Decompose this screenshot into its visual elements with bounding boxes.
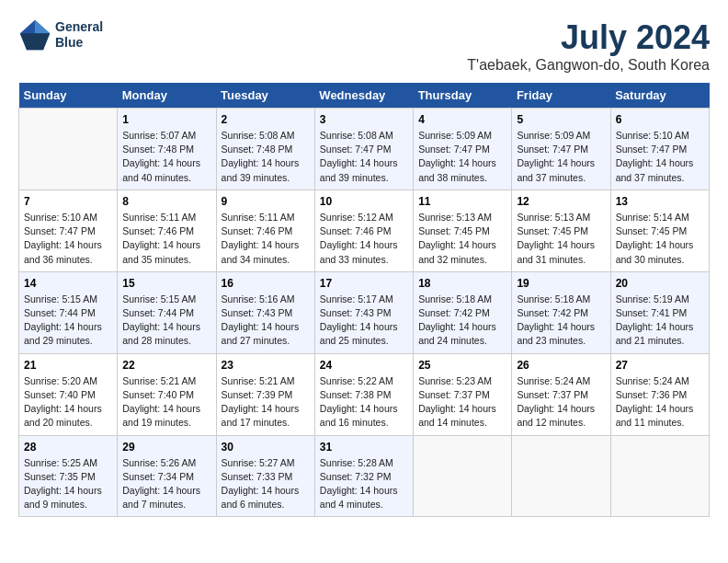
calendar-cell: 18Sunrise: 5:18 AM Sunset: 7:42 PM Dayli… (414, 271, 512, 353)
day-info: Sunrise: 5:26 AM Sunset: 7:34 PM Dayligh… (122, 456, 210, 512)
day-number: 19 (517, 277, 605, 290)
day-info: Sunrise: 5:16 AM Sunset: 7:43 PM Dayligh… (222, 293, 310, 349)
calendar-cell: 26Sunrise: 5:24 AM Sunset: 7:37 PM Dayli… (512, 353, 610, 435)
day-number: 16 (222, 277, 310, 290)
day-number: 14 (24, 277, 112, 290)
calendar-cell: 19Sunrise: 5:18 AM Sunset: 7:42 PM Dayli… (512, 271, 610, 353)
day-info: Sunrise: 5:27 AM Sunset: 7:33 PM Dayligh… (222, 456, 310, 512)
calendar-week-row: 7Sunrise: 5:10 AM Sunset: 7:47 PM Daylig… (19, 190, 710, 271)
day-info: Sunrise: 5:20 AM Sunset: 7:40 PM Dayligh… (24, 374, 112, 431)
title-section: July 2024 T'aebaek, Gangwon-do, South Ko… (467, 18, 710, 74)
calendar-cell: 12Sunrise: 5:13 AM Sunset: 7:45 PM Dayli… (512, 190, 610, 271)
header-monday: Monday (118, 83, 216, 109)
day-number: 30 (222, 441, 310, 454)
day-number: 2 (222, 113, 310, 126)
calendar-cell: 2Sunrise: 5:08 AM Sunset: 7:48 PM Daylig… (216, 109, 314, 190)
calendar-cell: 20Sunrise: 5:19 AM Sunset: 7:41 PM Dayli… (610, 271, 709, 353)
day-number: 10 (320, 195, 408, 208)
day-number: 25 (418, 359, 506, 372)
day-info: Sunrise: 5:10 AM Sunset: 7:47 PM Dayligh… (616, 129, 704, 185)
day-number: 5 (517, 113, 605, 126)
calendar-cell: 28Sunrise: 5:25 AM Sunset: 7:35 PM Dayli… (19, 435, 118, 517)
day-number: 7 (24, 195, 112, 208)
day-number: 9 (222, 195, 310, 208)
calendar-cell: 7Sunrise: 5:10 AM Sunset: 7:47 PM Daylig… (19, 190, 118, 271)
day-number: 4 (418, 113, 506, 126)
day-number: 12 (517, 195, 605, 208)
day-info: Sunrise: 5:08 AM Sunset: 7:47 PM Dayligh… (320, 129, 408, 185)
logo: General Blue (18, 18, 103, 52)
day-number: 29 (122, 441, 210, 454)
day-info: Sunrise: 5:13 AM Sunset: 7:45 PM Dayligh… (517, 211, 605, 267)
calendar-cell: 10Sunrise: 5:12 AM Sunset: 7:46 PM Dayli… (314, 190, 413, 271)
calendar-cell: 30Sunrise: 5:27 AM Sunset: 7:33 PM Dayli… (216, 435, 314, 517)
day-info: Sunrise: 5:14 AM Sunset: 7:45 PM Dayligh… (616, 211, 704, 267)
day-info: Sunrise: 5:22 AM Sunset: 7:38 PM Dayligh… (320, 374, 408, 431)
day-info: Sunrise: 5:18 AM Sunset: 7:42 PM Dayligh… (517, 293, 605, 349)
day-info: Sunrise: 5:07 AM Sunset: 7:48 PM Dayligh… (122, 129, 210, 185)
calendar-cell: 29Sunrise: 5:26 AM Sunset: 7:34 PM Dayli… (118, 435, 216, 517)
calendar-cell: 17Sunrise: 5:17 AM Sunset: 7:43 PM Dayli… (314, 271, 413, 353)
day-number: 18 (418, 277, 506, 290)
calendar-cell: 21Sunrise: 5:20 AM Sunset: 7:40 PM Dayli… (19, 353, 118, 435)
header-tuesday: Tuesday (216, 83, 314, 109)
day-info: Sunrise: 5:15 AM Sunset: 7:44 PM Dayligh… (24, 293, 112, 349)
day-number: 1 (122, 113, 210, 126)
calendar-cell: 11Sunrise: 5:13 AM Sunset: 7:45 PM Dayli… (414, 190, 512, 271)
calendar-cell: 22Sunrise: 5:21 AM Sunset: 7:40 PM Dayli… (118, 353, 216, 435)
calendar-cell: 5Sunrise: 5:09 AM Sunset: 7:47 PM Daylig… (512, 109, 610, 190)
calendar-cell: 8Sunrise: 5:11 AM Sunset: 7:46 PM Daylig… (118, 190, 216, 271)
day-info: Sunrise: 5:10 AM Sunset: 7:47 PM Dayligh… (24, 211, 112, 267)
calendar-week-row: 28Sunrise: 5:25 AM Sunset: 7:35 PM Dayli… (19, 435, 710, 517)
page-header: General Blue July 2024 T'aebaek, Gangwon… (18, 18, 710, 74)
calendar-cell: 14Sunrise: 5:15 AM Sunset: 7:44 PM Dayli… (19, 271, 118, 353)
header-sunday: Sunday (19, 83, 118, 109)
day-info: Sunrise: 5:11 AM Sunset: 7:46 PM Dayligh… (222, 211, 310, 267)
day-number: 22 (122, 359, 210, 372)
header-thursday: Thursday (414, 83, 512, 109)
day-info: Sunrise: 5:19 AM Sunset: 7:41 PM Dayligh… (616, 293, 704, 349)
header-saturday: Saturday (610, 83, 709, 109)
day-info: Sunrise: 5:12 AM Sunset: 7:46 PM Dayligh… (320, 211, 408, 267)
calendar-cell: 3Sunrise: 5:08 AM Sunset: 7:47 PM Daylig… (314, 109, 413, 190)
day-number: 24 (320, 359, 408, 372)
calendar-week-row: 21Sunrise: 5:20 AM Sunset: 7:40 PM Dayli… (19, 353, 710, 435)
day-number: 11 (418, 195, 506, 208)
day-number: 17 (320, 277, 408, 290)
calendar-cell (512, 435, 610, 517)
day-number: 20 (616, 277, 704, 290)
calendar-header-row: SundayMondayTuesdayWednesdayThursdayFrid… (19, 83, 710, 109)
day-number: 26 (517, 359, 605, 372)
calendar-cell: 1Sunrise: 5:07 AM Sunset: 7:48 PM Daylig… (118, 109, 216, 190)
calendar-cell: 24Sunrise: 5:22 AM Sunset: 7:38 PM Dayli… (314, 353, 413, 435)
svg-marker-1 (35, 20, 50, 33)
svg-marker-2 (20, 33, 50, 50)
day-info: Sunrise: 5:09 AM Sunset: 7:47 PM Dayligh… (517, 129, 605, 185)
calendar-cell: 15Sunrise: 5:15 AM Sunset: 7:44 PM Dayli… (118, 271, 216, 353)
day-info: Sunrise: 5:11 AM Sunset: 7:46 PM Dayligh… (122, 211, 210, 267)
header-friday: Friday (512, 83, 610, 109)
day-number: 15 (122, 277, 210, 290)
calendar-cell: 25Sunrise: 5:23 AM Sunset: 7:37 PM Dayli… (414, 353, 512, 435)
calendar-cell: 9Sunrise: 5:11 AM Sunset: 7:46 PM Daylig… (216, 190, 314, 271)
day-info: Sunrise: 5:21 AM Sunset: 7:40 PM Dayligh… (122, 374, 210, 431)
day-number: 27 (616, 359, 704, 372)
calendar-week-row: 1Sunrise: 5:07 AM Sunset: 7:48 PM Daylig… (19, 109, 710, 190)
day-number: 28 (24, 441, 112, 454)
day-info: Sunrise: 5:09 AM Sunset: 7:47 PM Dayligh… (418, 129, 506, 185)
day-info: Sunrise: 5:24 AM Sunset: 7:37 PM Dayligh… (517, 374, 605, 431)
calendar-cell (19, 109, 118, 190)
calendar-cell: 27Sunrise: 5:24 AM Sunset: 7:36 PM Dayli… (610, 353, 709, 435)
calendar-cell: 23Sunrise: 5:21 AM Sunset: 7:39 PM Dayli… (216, 353, 314, 435)
day-info: Sunrise: 5:21 AM Sunset: 7:39 PM Dayligh… (222, 374, 310, 431)
day-info: Sunrise: 5:18 AM Sunset: 7:42 PM Dayligh… (418, 293, 506, 349)
day-info: Sunrise: 5:15 AM Sunset: 7:44 PM Dayligh… (122, 293, 210, 349)
day-number: 8 (122, 195, 210, 208)
calendar-cell (414, 435, 512, 517)
day-number: 3 (320, 113, 408, 126)
day-number: 31 (320, 441, 408, 454)
day-info: Sunrise: 5:25 AM Sunset: 7:35 PM Dayligh… (24, 456, 112, 512)
day-number: 23 (222, 359, 310, 372)
page-title: July 2024 (467, 18, 710, 57)
calendar-cell: 4Sunrise: 5:09 AM Sunset: 7:47 PM Daylig… (414, 109, 512, 190)
